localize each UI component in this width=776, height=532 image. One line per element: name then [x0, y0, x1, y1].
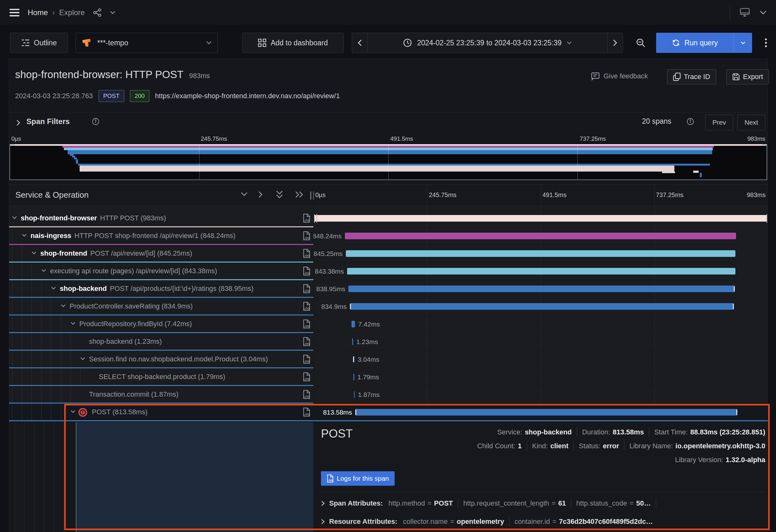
span-duration-bar[interactable] — [346, 250, 736, 257]
span-log-icon[interactable]: LOG — [303, 408, 310, 416]
span-expand-chevron-icon[interactable] — [31, 251, 36, 255]
attributes-chevron-icon[interactable] — [321, 501, 325, 506]
span-log-icon[interactable]: LOG — [303, 231, 310, 240]
prev-span-button[interactable]: Prev — [705, 115, 733, 130]
span-row[interactable]: ProductRepository.findById (7.42ms) LOG — [9, 315, 314, 333]
span-row[interactable]: executing api route (pages) /api/review/… — [9, 262, 314, 280]
span-log-icon[interactable]: LOG — [303, 390, 310, 399]
span-expand-chevron-icon[interactable] — [22, 233, 27, 237]
span-row[interactable]: ProductController.saveRating (834.9ms) L… — [9, 298, 314, 315]
span-count-info-icon[interactable] — [687, 118, 694, 125]
span-timeline-row[interactable]: 1.23ms — [314, 333, 768, 351]
datasource-picker[interactable]: ***-tempo — [75, 33, 218, 53]
span-filters-label[interactable]: Span Filters — [26, 117, 69, 126]
span-timeline-row[interactable]: 848.24ms — [314, 227, 768, 245]
collapse-all-icon[interactable] — [276, 190, 283, 199]
attribute-value: POST — [434, 499, 453, 507]
breadcrumb-actions-chevron-icon[interactable] — [110, 11, 116, 14]
span-expand-chevron-icon[interactable] — [41, 269, 46, 272]
span-log-icon[interactable]: LOG — [303, 249, 310, 258]
span-duration-bar[interactable] — [353, 356, 355, 363]
export-button[interactable]: Export — [726, 69, 769, 84]
span-duration-bar[interactable] — [354, 391, 355, 398]
span-timeline-row[interactable]: 3.04ms — [314, 351, 768, 368]
span-expand-chevron-icon[interactable] — [51, 287, 56, 290]
attributes-chevron-icon[interactable] — [321, 519, 325, 524]
span-expand-chevron-icon[interactable] — [12, 216, 17, 219]
span-log-icon[interactable]: LOG — [303, 284, 310, 293]
span-duration-bar[interactable] — [347, 268, 736, 275]
next-span-button[interactable]: Next — [737, 115, 765, 130]
span-log-icon[interactable]: LOG — [303, 302, 310, 311]
attributes-row[interactable]: Resource Attributes:collector.name=opent… — [321, 514, 767, 529]
span-filters-info-icon[interactable] — [92, 118, 100, 125]
span-duration-bar[interactable] — [314, 215, 767, 222]
span-row[interactable]: SELECT shop-backend.product (1.79ms) LOG — [9, 368, 314, 386]
span-log-icon[interactable]: LOG — [303, 320, 310, 328]
more-options-kebab-icon[interactable] — [758, 33, 773, 53]
nav-chevron-down-icon[interactable] — [760, 10, 767, 15]
time-range-forward-button[interactable] — [607, 33, 623, 53]
span-duration-bar[interactable] — [348, 286, 735, 292]
add-to-dashboard-button[interactable]: Add to dashboard — [242, 33, 344, 53]
span-log-icon[interactable]: LOG — [303, 372, 310, 381]
detail-left-gutter — [9, 422, 314, 532]
span-log-icon[interactable]: LOG — [303, 355, 310, 364]
logs-for-span-button[interactable]: LOG Logs for this span — [321, 471, 395, 486]
span-duration-bar[interactable] — [345, 233, 736, 239]
span-expand-chevron-icon[interactable] — [80, 357, 85, 360]
run-query-dropdown[interactable] — [734, 33, 752, 53]
span-row[interactable]: POST (813.58ms) LOG — [9, 403, 314, 421]
breadcrumb-explore[interactable]: Explore — [59, 8, 85, 17]
hamburger-menu-icon[interactable] — [9, 8, 19, 17]
span-duration-bar[interactable] — [352, 321, 355, 327]
time-range-picker[interactable]: 2024-02-25 23:25:39 to 2024-03-03 23:25:… — [367, 33, 608, 53]
trace-minimap[interactable] — [9, 144, 767, 180]
span-log-icon[interactable]: LOG — [303, 214, 310, 222]
indent-guide — [12, 227, 12, 245]
span-timeline-row[interactable]: 1.79ms — [314, 368, 768, 386]
span-timeline-row[interactable]: 845.25ms — [314, 245, 768, 262]
expand-all-icon[interactable] — [295, 191, 304, 198]
expand-one-icon[interactable] — [258, 191, 263, 198]
share-icon[interactable] — [93, 8, 102, 17]
span-timeline-row[interactable]: 838.95ms — [314, 280, 768, 298]
span-row[interactable]: shop-frontendPOST /api/review/[id] (845.… — [9, 245, 314, 262]
span-expand-chevron-icon[interactable] — [70, 322, 75, 325]
span-duration-bar[interactable] — [353, 374, 354, 380]
time-range-back-button[interactable] — [352, 33, 368, 53]
time-tick-label: 737.25ms — [580, 135, 606, 142]
timeline-drag-handle[interactable] — [764, 214, 767, 223]
span-expand-chevron-icon[interactable] — [70, 410, 75, 413]
span-timeline-row[interactable]: 843.38ms — [314, 262, 768, 280]
span-timeline-row[interactable]: 834.9ms — [314, 298, 768, 315]
span-row[interactable]: shop-frontend-browserHTTP POST (983ms) L… — [9, 210, 314, 227]
span-row[interactable]: nais-ingressHTTP POST shop-frontend /api… — [9, 227, 314, 245]
span-row[interactable]: shop-backend (1.23ms) LOG — [9, 333, 314, 351]
span-duration-bar[interactable] — [355, 409, 737, 415]
outline-button[interactable]: Outline — [10, 33, 68, 53]
timeline-drag-handle[interactable] — [314, 214, 317, 223]
span-timeline-row[interactable]: 813.58ms — [314, 403, 768, 421]
attributes-row[interactable]: Span Attributes:http.method=POSThttp.req… — [321, 496, 767, 511]
span-row[interactable]: shop-backendPOST /api/products/{id:\d+}/… — [9, 280, 314, 298]
span-log-icon[interactable]: LOG — [303, 267, 310, 276]
run-query-button[interactable]: Run query — [656, 33, 734, 53]
span-expand-chevron-icon[interactable] — [61, 304, 66, 308]
indent-guide — [61, 351, 61, 368]
span-log-icon[interactable]: LOG — [303, 337, 310, 346]
span-timeline-row[interactable] — [314, 210, 768, 227]
span-duration-bar[interactable] — [350, 303, 734, 310]
give-feedback-link[interactable]: Give feedback — [591, 72, 648, 80]
breadcrumb-home[interactable]: Home — [28, 8, 48, 17]
span-timeline-row[interactable]: 7.42ms — [314, 315, 768, 333]
span-filters-chevron-icon[interactable] — [16, 120, 20, 126]
span-row[interactable]: Transaction.commit (1.87ms) LOG — [9, 386, 314, 403]
trace-id-button[interactable]: Trace ID — [667, 69, 716, 84]
span-duration-bar[interactable] — [352, 338, 353, 345]
zoom-out-time-button[interactable] — [631, 33, 650, 53]
span-timeline-row[interactable]: 1.87ms — [314, 386, 768, 403]
span-row[interactable]: Session.find no.nav.shopbackend.model.Pr… — [9, 351, 314, 368]
collapse-one-icon[interactable] — [241, 192, 248, 197]
kiosk-mode-icon[interactable] — [740, 8, 750, 18]
